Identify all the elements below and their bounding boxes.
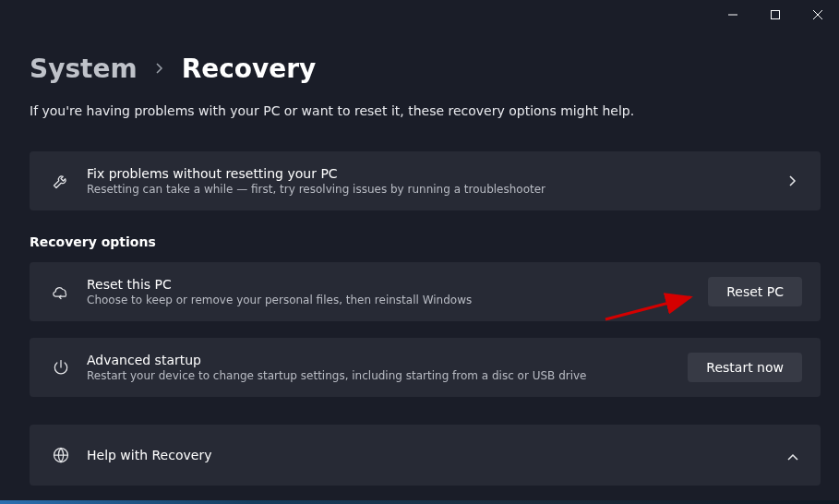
close-button[interactable] [797,0,839,30]
breadcrumb-parent[interactable]: System [30,54,138,84]
section-header-recovery-options: Recovery options [30,234,821,249]
maximize-icon [771,10,780,19]
globe-help-icon [48,446,74,464]
minimize-button[interactable] [712,0,754,30]
wrench-icon [48,172,74,190]
reset-pc-title: Reset this PC [87,277,708,292]
breadcrumb: System Recovery [30,54,316,84]
chevron-right-icon [156,60,163,78]
card-fix-problems[interactable]: Fix problems without resetting your PC R… [30,151,821,210]
restart-now-button[interactable]: Restart now [688,353,802,382]
reset-pc-desc: Choose to keep or remove your personal f… [87,294,708,306]
chevron-right-icon [784,173,802,190]
card-help-recovery[interactable]: Help with Recovery [30,425,821,486]
page-subtitle: If you're having problems with your PC o… [30,103,634,118]
advanced-startup-title: Advanced startup [87,353,688,367]
advanced-startup-desc: Restart your device to change startup se… [87,369,688,382]
close-icon [813,10,822,19]
taskbar-sliver [0,500,839,504]
reset-pc-button[interactable]: Reset PC [708,277,802,306]
card-advanced-startup: Advanced startup Restart your device to … [30,338,821,397]
breadcrumb-current: Recovery [182,54,317,84]
fix-problems-title: Fix problems without resetting your PC [87,166,784,181]
chevron-up-icon [784,447,802,464]
fix-problems-desc: Resetting can take a while — first, try … [87,183,784,196]
cloud-reset-icon [48,282,74,301]
power-startup-icon [48,358,74,377]
minimize-icon [728,10,737,19]
svg-rect-1 [772,11,780,19]
help-recovery-title: Help with Recovery [87,448,784,462]
card-reset-pc: Reset this PC Choose to keep or remove y… [30,262,821,321]
window-controls [712,0,839,30]
maximize-button[interactable] [754,0,797,30]
